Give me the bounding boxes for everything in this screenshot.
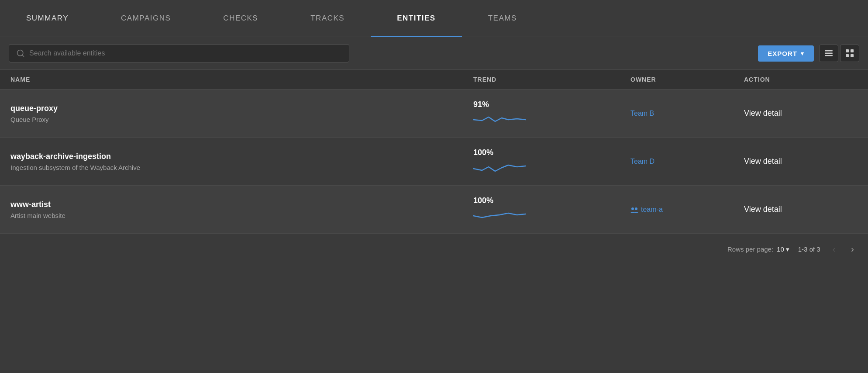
list-view-button[interactable] xyxy=(819,45,838,62)
trend-cell: 91% xyxy=(473,100,630,127)
grid-view-button[interactable] xyxy=(840,45,859,62)
owner-cell: team-a xyxy=(630,206,744,214)
view-detail-link[interactable]: View detail xyxy=(744,205,782,214)
page-info: 1-3 of 3 xyxy=(798,245,820,253)
tab-checks[interactable]: CHECKS xyxy=(197,0,284,37)
toolbar-right: EXPORT ▾ xyxy=(758,45,859,62)
trend-cell: 100% xyxy=(473,148,630,175)
trend-percentage: 100% xyxy=(473,196,630,205)
col-header-name: NAME xyxy=(10,76,473,83)
tab-campaigns[interactable]: CAMPAIGNS xyxy=(95,0,197,37)
entity-name: queue-proxy xyxy=(10,104,473,113)
tab-summary[interactable]: SUMMARY xyxy=(0,0,95,37)
action-cell: View detail xyxy=(744,157,858,166)
table-row: wayback-archive-ingestion Ingestion subs… xyxy=(0,138,868,186)
svg-rect-3 xyxy=(825,53,833,54)
owner-link[interactable]: Team B xyxy=(630,110,744,117)
svg-rect-8 xyxy=(851,54,854,57)
svg-rect-7 xyxy=(846,54,849,57)
entity-name-cell: queue-proxy Queue Proxy xyxy=(10,104,473,123)
trend-sparkline xyxy=(473,207,526,223)
owner-link[interactable]: team-a xyxy=(630,206,744,214)
owner-cell: Team D xyxy=(630,158,744,166)
svg-point-9 xyxy=(631,207,634,210)
trend-percentage: 100% xyxy=(473,148,630,157)
col-header-action: ACTION xyxy=(744,76,858,83)
rows-per-page-value: 10 xyxy=(777,245,784,253)
svg-rect-6 xyxy=(851,49,854,52)
entity-name-cell: wayback-archive-ingestion Ingestion subs… xyxy=(10,152,473,171)
pagination-bar: Rows per page: 10 ▾ 1-3 of 3 ‹ › xyxy=(0,234,868,265)
export-chevron-icon: ▾ xyxy=(801,50,804,57)
entity-name-cell: www-artist Artist main website xyxy=(10,200,473,219)
rows-per-page-chevron-icon: ▾ xyxy=(786,245,789,253)
rows-per-page-select[interactable]: 10 ▾ xyxy=(777,245,789,253)
owner-cell: Team B xyxy=(630,110,744,117)
trend-sparkline xyxy=(473,111,526,127)
table-row: www-artist Artist main website 100% team… xyxy=(0,186,868,234)
toolbar: EXPORT ▾ xyxy=(0,37,868,69)
search-icon xyxy=(16,49,25,58)
view-detail-link[interactable]: View detail xyxy=(744,157,782,166)
rows-per-page: Rows per page: 10 ▾ xyxy=(727,245,789,253)
search-input[interactable] xyxy=(29,49,342,57)
entities-table: NAME TREND OWNER ACTION queue-proxy Queu… xyxy=(0,69,868,234)
rows-per-page-label: Rows per page: xyxy=(727,245,773,253)
svg-line-1 xyxy=(22,55,24,57)
owner-name: team-a xyxy=(641,206,663,214)
svg-rect-5 xyxy=(846,49,849,52)
entity-description: Artist main website xyxy=(10,212,473,219)
entity-description: Queue Proxy xyxy=(10,116,473,123)
group-icon xyxy=(630,207,638,213)
col-header-trend: TREND xyxy=(473,76,630,83)
list-icon xyxy=(824,48,834,58)
trend-sparkline xyxy=(473,159,526,175)
next-page-button[interactable]: › xyxy=(847,242,858,256)
prev-page-button[interactable]: ‹ xyxy=(829,242,839,256)
tab-teams[interactable]: TEAMS xyxy=(462,0,543,37)
trend-cell: 100% xyxy=(473,196,630,223)
action-cell: View detail xyxy=(744,109,858,118)
search-wrapper xyxy=(9,44,349,62)
entity-description: Ingestion subsystem of the Wayback Archi… xyxy=(10,164,473,171)
entity-name: wayback-archive-ingestion xyxy=(10,152,473,161)
trend-percentage: 91% xyxy=(473,100,630,109)
view-detail-link[interactable]: View detail xyxy=(744,109,782,117)
view-toggle xyxy=(819,45,859,62)
svg-point-10 xyxy=(635,207,637,210)
svg-rect-4 xyxy=(825,55,833,56)
export-button[interactable]: EXPORT ▾ xyxy=(758,45,814,62)
table-row: queue-proxy Queue Proxy 91% Team B View … xyxy=(0,90,868,138)
nav-tabs: SUMMARY CAMPAIGNS CHECKS TRACKS ENTITIES… xyxy=(0,0,868,37)
action-cell: View detail xyxy=(744,205,858,214)
tab-entities[interactable]: ENTITIES xyxy=(371,0,462,37)
col-header-owner: OWNER xyxy=(630,76,744,83)
grid-icon xyxy=(845,48,854,58)
tab-tracks[interactable]: TRACKS xyxy=(284,0,371,37)
owner-link[interactable]: Team D xyxy=(630,158,744,166)
table-header: NAME TREND OWNER ACTION xyxy=(0,69,868,90)
svg-rect-2 xyxy=(825,50,833,52)
entity-name: www-artist xyxy=(10,200,473,209)
